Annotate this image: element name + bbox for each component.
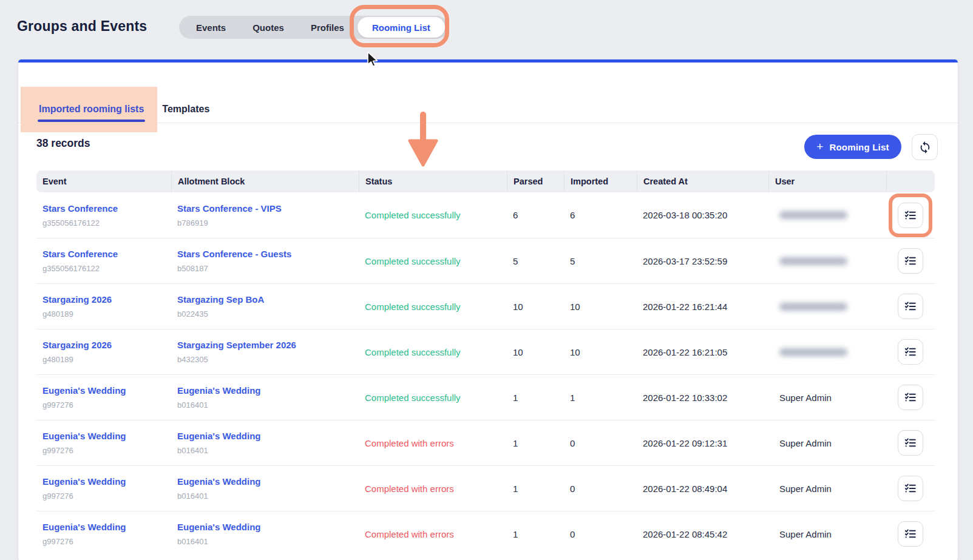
row-details-button[interactable] [898, 203, 923, 228]
table-row: Stars Conference g355056176122 Stars Con… [36, 192, 935, 238]
active-subtab-underline [38, 120, 145, 122]
created-at: 2026-01-22 10:33:02 [637, 375, 768, 420]
rooming-lists-table: EventAllotment BlockStatusParsedImported… [36, 170, 935, 556]
checklist-icon [904, 436, 917, 450]
column-header-event: Event [36, 170, 171, 192]
event-id: g997276 [42, 491, 73, 501]
imported-count: 6 [564, 192, 637, 238]
allotment-block-cell: Stargazing Sep BoA b022435 [171, 284, 359, 329]
table-body: Stars Conference g355056176122 Stars Con… [36, 192, 935, 556]
row-details-button[interactable] [898, 385, 923, 410]
status-cell: Completed with errors [359, 511, 507, 556]
event-link[interactable]: Stars Conference [42, 249, 118, 259]
created-at: 2026-01-22 08:45:42 [637, 511, 768, 556]
parsed-count: 10 [507, 329, 564, 374]
imported-count: 10 [564, 329, 637, 374]
allotment-block-id: b016401 [177, 446, 208, 455]
allotment-block-id: b786919 [177, 218, 208, 228]
event-link[interactable]: Stargazing 2026 [42, 294, 112, 305]
created-at: 2026-01-22 09:12:31 [637, 420, 768, 465]
event-id: g480189 [42, 309, 73, 319]
user-name: Super Admin [779, 393, 832, 403]
column-header-imported: Imported [564, 170, 637, 192]
rooming-list-panel: Imported rooming lists Templates 38 reco… [18, 59, 958, 560]
event-id: g997276 [42, 537, 73, 546]
status-text: Completed successfully [365, 393, 461, 403]
status-text: Completed successfully [365, 347, 461, 357]
actions-cell [886, 329, 935, 374]
allotment-block-link[interactable]: Stars Conference - Guests [177, 249, 291, 259]
refresh-button[interactable] [912, 134, 938, 160]
allotment-block-cell: Eugenia's Wedding b016401 [171, 375, 359, 420]
row-details-button[interactable] [898, 521, 923, 547]
user-cell [768, 284, 886, 329]
subtab-label: Imported rooming lists [39, 104, 144, 115]
event-id: g355056176122 [42, 264, 100, 273]
allotment-block-link[interactable]: Eugenia's Wedding [177, 476, 260, 487]
parsed-count: 10 [507, 284, 564, 329]
tab-templates[interactable]: Templates [161, 95, 211, 124]
row-details-button[interactable] [898, 294, 923, 319]
parsed-count: 1 [507, 420, 564, 465]
imported-count: 10 [564, 284, 637, 329]
user-name: Super Admin [779, 438, 832, 448]
user-cell: Super Admin [768, 466, 886, 511]
allotment-block-id: b016401 [177, 491, 208, 501]
row-details-button[interactable] [898, 430, 923, 456]
status-cell: Completed successfully [359, 238, 507, 283]
event-link[interactable]: Stargazing 2026 [42, 340, 112, 350]
actions-cell [886, 466, 935, 511]
event-link[interactable]: Eugenia's Wedding [42, 385, 126, 396]
tab-imported-rooming-lists[interactable]: Imported rooming lists [38, 95, 145, 124]
allotment-block-id: b022435 [177, 309, 208, 319]
allotment-block-link[interactable]: Eugenia's Wedding [177, 385, 260, 396]
event-cell: Stars Conference g355056176122 [36, 238, 171, 283]
user-name: Super Admin [779, 529, 832, 539]
actions-cell [886, 420, 935, 465]
allotment-block-link[interactable]: Stargazing Sep BoA [177, 294, 264, 305]
status-cell: Completed with errors [359, 466, 507, 511]
user-cell: Super Admin [768, 420, 886, 465]
allotment-block-link[interactable]: Stars Conference - VIPS [177, 203, 282, 214]
tab-events[interactable]: Events [183, 16, 239, 39]
row-details-button[interactable] [898, 339, 923, 365]
event-link[interactable]: Stars Conference [42, 203, 118, 214]
column-header-status: Status [359, 170, 507, 192]
created-at: 2026-01-22 16:21:05 [637, 329, 768, 374]
event-cell: Eugenia's Wedding g997276 [36, 420, 171, 465]
allotment-block-link[interactable]: Eugenia's Wedding [177, 431, 260, 441]
event-link[interactable]: Eugenia's Wedding [42, 476, 126, 487]
event-cell: Eugenia's Wedding g997276 [36, 375, 171, 420]
allotment-block-cell: Eugenia's Wedding b016401 [171, 420, 359, 465]
status-cell: Completed with errors [359, 420, 507, 465]
checklist-icon [904, 300, 917, 313]
table-row: Eugenia's Wedding g997276 Eugenia's Wedd… [36, 420, 935, 465]
tab-quotes[interactable]: Quotes [239, 16, 297, 39]
event-id: g997276 [42, 446, 73, 455]
tab-profiles[interactable]: Profiles [297, 16, 358, 39]
event-link[interactable]: Eugenia's Wedding [42, 431, 126, 441]
event-cell: Eugenia's Wedding g997276 [36, 466, 171, 511]
tab-rooming-list[interactable]: Rooming List [358, 17, 445, 38]
imported-count: 0 [564, 511, 637, 556]
allotment-block-cell: Stars Conference - Guests b508187 [171, 238, 359, 283]
allotment-block-link[interactable]: Eugenia's Wedding [177, 522, 260, 532]
allotment-block-link[interactable]: Stargazing September 2026 [177, 340, 296, 350]
redacted-user-name [779, 211, 847, 219]
table-row: Stargazing 2026 g480189 Stargazing Sep B… [36, 283, 935, 329]
allotment-block-id: b016401 [177, 537, 208, 546]
row-details-button[interactable] [898, 476, 923, 501]
event-link[interactable]: Eugenia's Wedding [42, 522, 126, 532]
user-cell [768, 329, 886, 374]
event-cell: Eugenia's Wedding g997276 [36, 511, 171, 556]
row-details-button[interactable] [898, 248, 923, 274]
add-rooming-list-button[interactable]: + Rooming List [804, 135, 901, 159]
status-text: Completed with errors [365, 484, 454, 494]
checklist-icon [904, 391, 917, 404]
imported-count: 0 [564, 420, 637, 465]
table-header: EventAllotment BlockStatusParsedImported… [36, 170, 935, 192]
column-header-user: User [768, 170, 886, 192]
allotment-block-cell: Stars Conference - VIPS b786919 [171, 192, 359, 238]
column-header-allotment-block: Allotment Block [171, 170, 359, 192]
actions-cell [886, 238, 935, 283]
